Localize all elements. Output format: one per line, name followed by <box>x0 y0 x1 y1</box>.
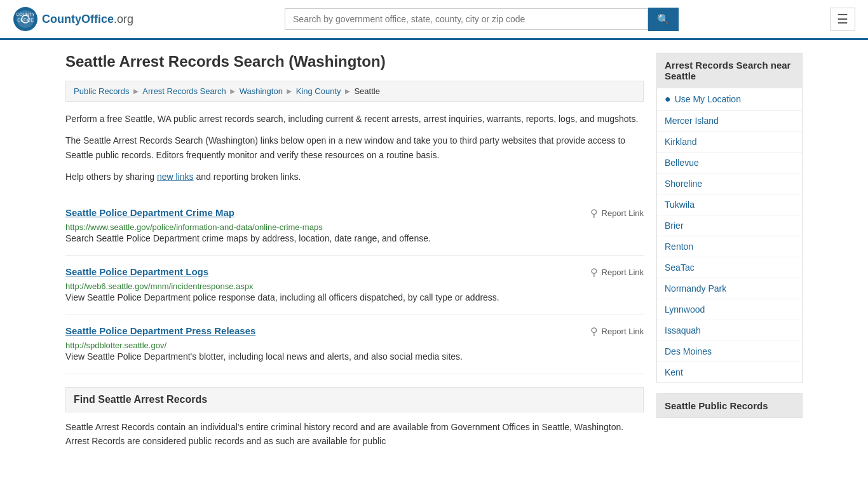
report-icon-1: ⚲ <box>590 207 598 219</box>
main-content: Seattle Arrest Records Search (Washingto… <box>65 53 644 448</box>
sidebar-nearby-section: Arrest Records Search near Seattle ● Use… <box>656 53 803 383</box>
record-title-2[interactable]: Seattle Police Department Logs <box>65 266 208 277</box>
help-text: Help others by sharing new links and rep… <box>65 170 644 184</box>
sidebar-link-kirkland[interactable]: Kirkland <box>657 132 802 152</box>
sidebar-link-tukwila[interactable]: Tukwila <box>657 194 802 215</box>
breadcrumb-sep-1: ► <box>132 86 140 96</box>
list-item: Kent <box>657 362 802 383</box>
record-header-1: Seattle Police Department Crime Map ⚲ Re… <box>65 207 644 219</box>
record-url-1[interactable]: https://www.seattle.gov/police/informati… <box>65 222 323 232</box>
sidebar-link-brier[interactable]: Brier <box>657 215 802 236</box>
description-text-2: The Seattle Arrest Records Search (Washi… <box>65 133 644 162</box>
record-desc-1: Search Seattle Police Department crime m… <box>65 232 644 245</box>
sidebar-link-seatac[interactable]: SeaTac <box>657 257 802 278</box>
breadcrumb-sep-4: ► <box>344 86 352 96</box>
breadcrumb-arrest-records[interactable]: Arrest Records Search <box>142 86 226 96</box>
list-item: Tukwila <box>657 194 802 215</box>
list-item: Normandy Park <box>657 278 802 299</box>
use-location-link[interactable]: Use My Location <box>675 94 741 104</box>
svg-text:COUNTY: COUNTY <box>16 12 35 17</box>
sidebar-link-mercer-island[interactable]: Mercer Island <box>657 111 802 131</box>
list-item: Mercer Island <box>657 110 802 131</box>
logo-icon: COUNTY OFFICE <box>13 6 38 32</box>
record-desc-3: View Seattle Police Department's blotter… <box>65 350 644 363</box>
menu-button[interactable]: ☰ <box>830 8 855 30</box>
sidebar-public-records-title: Seattle Public Records <box>657 394 802 417</box>
record-entry-1: Seattle Police Department Crime Map ⚲ Re… <box>65 197 644 256</box>
list-item: Brier <box>657 215 802 236</box>
sidebar-nearby-list: Mercer Island Kirkland Bellevue Shorelin… <box>657 110 802 383</box>
report-link-button-1[interactable]: ⚲ Report Link <box>590 207 644 219</box>
breadcrumb-seattle: Seattle <box>354 86 379 96</box>
breadcrumb-public-records[interactable]: Public Records <box>74 86 129 96</box>
location-pin-icon: ● <box>665 93 671 105</box>
breadcrumb-washington[interactable]: Washington <box>240 86 283 96</box>
logo-text: CountyOffice.org <box>42 13 133 26</box>
list-item: Renton <box>657 236 802 257</box>
list-item: Des Moines <box>657 341 802 362</box>
new-links-link[interactable]: new links <box>157 172 194 182</box>
record-header-2: Seattle Police Department Logs ⚲ Report … <box>65 266 644 278</box>
header: COUNTY OFFICE CountyOffice.org 🔍 ☰ <box>0 0 868 40</box>
search-input[interactable] <box>285 8 648 30</box>
breadcrumb-sep-2: ► <box>229 86 237 96</box>
sidebar-link-issaquah[interactable]: Issaquah <box>657 320 802 341</box>
list-item: SeaTac <box>657 257 802 278</box>
search-icon: 🔍 <box>657 14 670 25</box>
record-header-3: Seattle Police Department Press Releases… <box>65 325 644 337</box>
description-text: Perform a free Seattle, WA public arrest… <box>65 112 644 126</box>
use-location-item[interactable]: ● Use My Location <box>657 88 802 110</box>
breadcrumb-king-county[interactable]: King County <box>296 86 341 96</box>
sidebar-public-records-section: Seattle Public Records <box>656 393 803 418</box>
list-item: Shoreline <box>657 173 802 194</box>
sidebar: Arrest Records Search near Seattle ● Use… <box>656 53 803 448</box>
sidebar-link-bellevue[interactable]: Bellevue <box>657 152 802 173</box>
sidebar-link-normandy-park[interactable]: Normandy Park <box>657 278 802 299</box>
list-item: Issaquah <box>657 320 802 341</box>
record-title-3[interactable]: Seattle Police Department Press Releases <box>65 325 255 336</box>
sidebar-link-renton[interactable]: Renton <box>657 236 802 257</box>
record-url-3[interactable]: http://spdblotter.seattle.gov/ <box>65 341 166 350</box>
page-title: Seattle Arrest Records Search (Washingto… <box>65 53 644 71</box>
list-item: Kirkland <box>657 131 802 152</box>
record-entry-3: Seattle Police Department Press Releases… <box>65 315 644 374</box>
breadcrumb-sep-3: ► <box>285 86 294 96</box>
record-desc-2: View Seattle Police Department police re… <box>65 291 644 304</box>
search-area: 🔍 <box>285 8 679 31</box>
search-button[interactable]: 🔍 <box>648 8 679 31</box>
record-entry-2: Seattle Police Department Logs ⚲ Report … <box>65 256 644 315</box>
hamburger-icon: ☰ <box>837 12 848 26</box>
svg-text:OFFICE: OFFICE <box>17 18 34 22</box>
sidebar-nearby-title: Arrest Records Search near Seattle <box>657 53 802 88</box>
report-link-button-2[interactable]: ⚲ Report Link <box>590 266 644 278</box>
content-wrapper: Seattle Arrest Records Search (Washingto… <box>53 40 815 461</box>
sidebar-link-lynnwood[interactable]: Lynnwood <box>657 299 802 320</box>
find-section-heading: Find Seattle Arrest Records <box>65 387 644 412</box>
report-icon-2: ⚲ <box>590 266 598 278</box>
sidebar-link-shoreline[interactable]: Shoreline <box>657 173 802 194</box>
list-item: Lynnwood <box>657 299 802 320</box>
logo-area: COUNTY OFFICE CountyOffice.org <box>13 6 133 32</box>
record-title-1[interactable]: Seattle Police Department Crime Map <box>65 207 234 218</box>
find-section-text: Seattle Arrest Records contain an indivi… <box>65 420 644 449</box>
report-link-button-3[interactable]: ⚲ Report Link <box>590 325 644 337</box>
list-item: Bellevue <box>657 152 802 173</box>
report-icon-3: ⚲ <box>590 325 598 337</box>
breadcrumb: Public Records ► Arrest Records Search ►… <box>65 81 644 102</box>
sidebar-link-des-moines[interactable]: Des Moines <box>657 341 802 362</box>
record-url-2[interactable]: http://web6.seattle.gov/mnm/incidentresp… <box>65 281 254 291</box>
sidebar-link-kent[interactable]: Kent <box>657 362 802 383</box>
